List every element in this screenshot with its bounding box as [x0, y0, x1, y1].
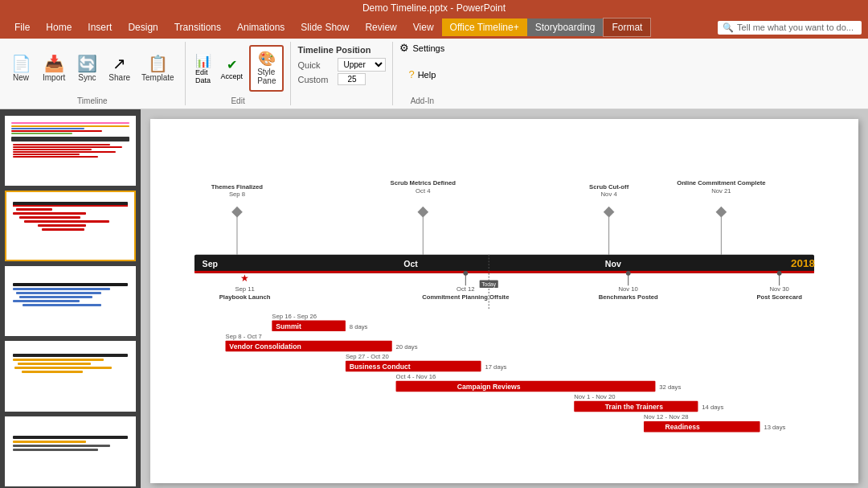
svg-text:17 days: 17 days — [485, 363, 506, 371]
svg-text:Online Commitment Complete: Online Commitment Complete — [677, 179, 766, 187]
timeline-position-group: Timeline Position Quick Upper Lower Cust… — [291, 42, 393, 105]
new-button[interactable]: 📄 New — [6, 53, 35, 84]
template-button[interactable]: 📋 Template — [137, 53, 178, 84]
import-button[interactable]: 📥 Import — [39, 53, 69, 84]
svg-text:Campaign Reviews: Campaign Reviews — [457, 383, 521, 391]
svg-text:Oct 12: Oct 12 — [457, 285, 475, 293]
quick-select[interactable]: Upper Lower — [338, 58, 386, 72]
tab-storyboarding[interactable]: Storyboarding — [527, 18, 604, 36]
slide-thumb-3[interactable] — [5, 266, 136, 336]
svg-text:Sep 27 - Oct 20: Sep 27 - Oct 20 — [346, 353, 389, 360]
svg-text:Sep 8: Sep 8 — [229, 191, 245, 198]
svg-text:Sep 11: Sep 11 — [235, 285, 254, 293]
addin-group-label: Add-In — [411, 96, 434, 105]
svg-text:Nov 4: Nov 4 — [601, 191, 618, 198]
svg-text:Train the Trainers: Train the Trainers — [605, 403, 663, 411]
slide-thumb-1[interactable] — [5, 116, 136, 186]
svg-text:Nov 21: Nov 21 — [711, 187, 731, 195]
svg-text:Nov 1 - Nov 20: Nov 1 - Nov 20 — [574, 393, 615, 400]
svg-rect-16 — [194, 255, 814, 273]
custom-input[interactable] — [338, 73, 366, 85]
slide-thumb-5[interactable] — [5, 416, 136, 486]
tab-home[interactable]: Home — [38, 18, 80, 36]
svg-text:Nov: Nov — [605, 259, 621, 269]
share-button[interactable]: ↗ Share — [104, 53, 134, 84]
svg-text:Nov 12 - Nov 28: Nov 12 - Nov 28 — [644, 413, 689, 420]
template-icon: 📋 — [148, 55, 168, 72]
new-icon: 📄 — [11, 55, 31, 72]
custom-label: Custom — [297, 75, 338, 84]
svg-rect-61 — [644, 421, 760, 432]
search-icon: 🔍 — [723, 23, 734, 33]
help-icon: ? — [408, 68, 414, 80]
svg-text:13 days: 13 days — [764, 424, 785, 431]
tab-view[interactable]: View — [405, 18, 442, 36]
sync-label: Sync — [78, 73, 96, 82]
slide-area: Themes Finalized Sep 8 Scrub Metrics Def… — [141, 109, 868, 488]
svg-text:Sep 8 - Oct 7: Sep 8 - Oct 7 — [226, 333, 262, 340]
title-text: Demo Timeline.pptx - PowerPoint — [362, 2, 506, 14]
settings-button[interactable]: ⚙ Settings — [399, 42, 444, 54]
tab-slideshow[interactable]: Slide Show — [293, 18, 357, 36]
svg-text:8 days: 8 days — [350, 323, 368, 330]
accept-label: Accept — [221, 72, 244, 80]
ribbon-tabs: File Home Insert Design Transitions Anim… — [0, 16, 868, 39]
quick-row: Quick Upper Lower — [297, 58, 386, 72]
svg-rect-53 — [396, 381, 656, 392]
svg-rect-9 — [604, 207, 615, 218]
tab-officetimeline[interactable]: Office Timeline+ — [442, 18, 527, 36]
tab-review[interactable]: Review — [357, 18, 404, 36]
tab-transitions[interactable]: Transitions — [166, 18, 229, 36]
svg-text:2018: 2018 — [791, 257, 815, 269]
tab-design[interactable]: Design — [120, 18, 166, 36]
main-area: Themes Finalized Sep 8 Scrub Metrics Def… — [0, 109, 868, 488]
svg-text:Post Scorecard: Post Scorecard — [756, 293, 802, 301]
svg-rect-5 — [417, 207, 428, 218]
edit-data-label: EditData — [195, 68, 211, 84]
timeline-buttons: 📄 New 📥 Import 🔄 Sync ↗ Share 📋 Template — [6, 42, 178, 95]
svg-rect-1 — [231, 207, 243, 218]
svg-text:Business Conduct: Business Conduct — [350, 363, 411, 371]
settings-icon: ⚙ — [399, 42, 409, 54]
svg-text:Nov 30: Nov 30 — [769, 285, 788, 293]
edit-data-button[interactable]: 📊 EditData — [192, 51, 215, 86]
template-label: Template — [141, 73, 174, 82]
style-pane-icon: 🎨 — [258, 51, 276, 66]
new-label: New — [13, 73, 29, 82]
settings-label: Settings — [412, 43, 444, 53]
svg-rect-21 — [194, 271, 814, 273]
tab-format[interactable]: Format — [603, 18, 651, 37]
svg-text:Oct: Oct — [403, 259, 418, 269]
svg-text:★: ★ — [240, 273, 249, 283]
svg-text:Playbook Launch: Playbook Launch — [219, 293, 271, 301]
slide-thumb-2[interactable] — [5, 191, 136, 260]
svg-point-37 — [777, 271, 782, 276]
edit-group: 📊 EditData ✔ Accept 🎨 StylePane Edit — [186, 42, 292, 105]
share-label: Share — [108, 73, 130, 82]
custom-row: Custom — [297, 73, 386, 85]
svg-text:Scrub Metrics Defined: Scrub Metrics Defined — [391, 179, 457, 187]
slide-panel — [0, 109, 141, 488]
svg-text:32 days: 32 days — [659, 383, 681, 391]
svg-text:Themes Finalized: Themes Finalized — [211, 183, 264, 191]
tab-file[interactable]: File — [6, 18, 38, 36]
svg-text:Oct 4: Oct 4 — [416, 187, 431, 195]
svg-text:Sep 16 - Sep 26: Sep 16 - Sep 26 — [272, 313, 317, 320]
edit-data-icon: 📊 — [195, 53, 211, 68]
help-button[interactable]: ? Help — [408, 68, 436, 80]
tab-insert[interactable]: Insert — [80, 18, 120, 36]
svg-text:Summit: Summit — [276, 322, 301, 330]
import-icon: 📥 — [44, 55, 64, 72]
svg-point-26 — [463, 271, 468, 276]
svg-text:Oct 4 - Nov 16: Oct 4 - Nov 16 — [396, 373, 436, 380]
timeline-position-title: Timeline Position — [297, 45, 386, 55]
svg-text:Commitment Planning Offsite: Commitment Planning Offsite — [422, 293, 510, 301]
slide-thumb-4[interactable] — [5, 341, 136, 411]
edit-group-label: Edit — [231, 96, 244, 105]
tab-animations[interactable]: Animations — [229, 18, 293, 36]
sync-button[interactable]: 🔄 Sync — [72, 53, 101, 84]
timeline-group-label: Timeline — [77, 96, 107, 105]
accept-button[interactable]: ✔ Accept — [218, 55, 247, 82]
search-box[interactable]: 🔍 Tell me what you want to do... — [718, 21, 862, 35]
style-pane-button[interactable]: 🎨 StylePane — [249, 45, 284, 92]
